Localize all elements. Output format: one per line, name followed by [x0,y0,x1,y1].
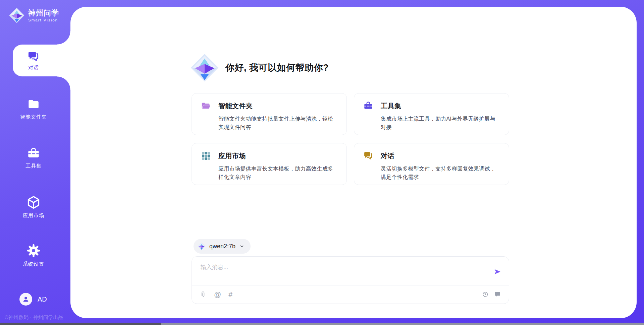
sidebar-item-label: 应用市场 [23,212,44,219]
feature-cards: 智能文件夹 智能文件夹功能支持批量文件上传与清洗，轻松实现文件问答 工具集 集成… [192,93,509,185]
window-bottom-edge [0,323,644,325]
sidebar-item-label: 智能文件夹 [20,114,47,120]
user-name: AD [38,296,47,303]
message-composer: @ # [192,256,509,304]
sidebar-item-label: 工具集 [25,163,42,169]
history-icon [482,291,489,298]
folder-open-icon [201,101,211,111]
folder-icon [27,98,40,111]
brand-logo: 神州问学 Smart Vision [9,7,59,23]
card-app-market[interactable]: 应用市场 应用市场提供丰富长文本模板，助力高效生成多样化文章内容 [192,143,347,185]
composer-toolbar: @ # [192,285,509,304]
card-description: 应用市场提供丰富长文本模板，助力高效生成多样化文章内容 [218,165,337,181]
avatar [19,293,32,306]
sidebar-item-settings[interactable]: 系统设置 [0,243,67,267]
toolbox-icon [27,147,40,160]
card-title: 工具集 [381,102,401,111]
sidebar-item-label: 系统设置 [23,261,44,267]
sidebar-item-chat[interactable]: 对话 [13,45,70,76]
card-title: 智能文件夹 [218,102,253,111]
sidebar-item-toolset[interactable]: 工具集 [0,147,67,169]
card-smart-folder[interactable]: 智能文件夹 智能文件夹功能支持批量文件上传与清洗，轻松实现文件问答 [192,93,347,135]
model-selector[interactable]: qwen2:7b [194,239,251,254]
card-toolset[interactable]: 工具集 集成市场上主流工具，助力AI与外界无缝扩展与对接 [354,93,509,135]
copyright-footer: ©神州数码 · 神州问学出品 [5,314,63,321]
chevron-down-icon [239,244,245,249]
mention-button[interactable]: @ [214,291,221,298]
cube-icon [26,195,41,210]
sidebar-item-app-market[interactable]: 应用市场 [0,195,67,219]
model-name: qwen2:7b [209,243,235,250]
model-gem-icon [198,242,206,250]
sidebar-item-smart-folder[interactable]: 智能文件夹 [0,98,67,120]
brand-name: 神州问学 [28,9,59,17]
new-chat-button[interactable] [494,291,501,298]
gear-icon [26,243,41,258]
card-description: 智能文件夹功能支持批量文件上传与清洗，轻松实现文件问答 [218,115,337,131]
brand-subtitle: Smart Vision [28,18,59,22]
card-chat[interactable]: 对话 灵活切换多模型文件，支持多样回复效果调试，满足个性化需求 [354,143,509,185]
message-input[interactable] [192,257,509,284]
assistant-gem-icon [190,53,219,82]
attach-file-button[interactable] [200,291,207,298]
sidebar-item-label: 对话 [28,65,39,71]
send-icon [493,268,501,276]
message-bubble-icon [494,291,501,298]
toolbox-icon [363,101,373,111]
paperclip-icon [200,291,207,298]
brand-gem-icon [9,7,25,23]
greeting: 你好, 我可以如何帮助你? [190,53,329,82]
card-title: 应用市场 [218,151,246,160]
main-panel: 你好, 我可以如何帮助你? 智能文件夹 智能文件夹功能支持批量文件上传与清洗，轻… [70,7,637,318]
user-menu[interactable]: AD [19,293,47,306]
chat-bubbles-icon [27,50,40,63]
card-description: 集成市场上主流工具，助力AI与外界无缝扩展与对接 [381,115,499,131]
card-description: 灵活切换多模型文件，支持多样回复效果调试，满足个性化需求 [381,165,499,181]
chat-bubbles-icon [363,151,373,161]
history-button[interactable] [482,291,489,298]
hashtag-button[interactable]: # [228,291,232,298]
app-grid-icon [201,151,211,161]
greeting-title: 你好, 我可以如何帮助你? [225,62,329,74]
sidebar: 神州问学 Smart Vision 对话 智能文件夹 [0,0,70,325]
person-icon [22,295,30,303]
card-title: 对话 [381,151,394,160]
send-button[interactable] [493,268,501,276]
